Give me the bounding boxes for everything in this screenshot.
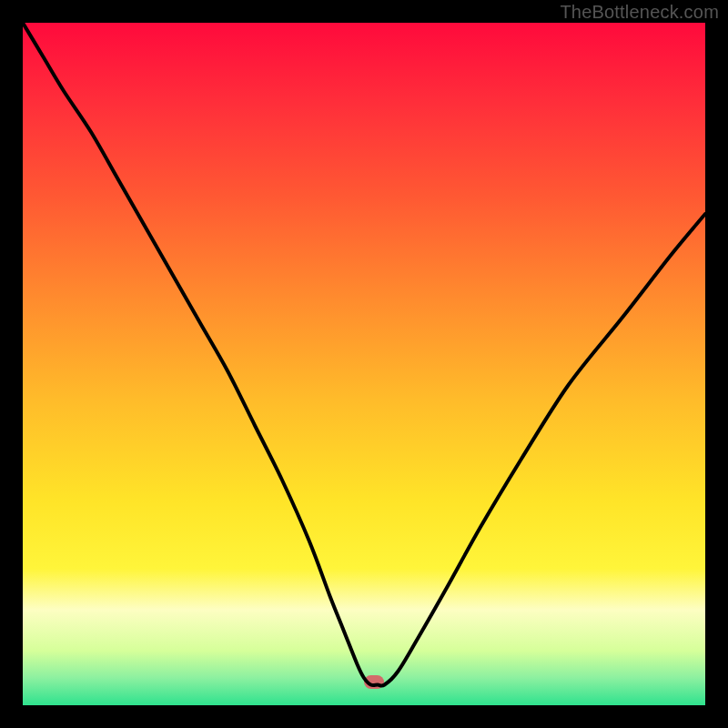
chart-frame: { "watermark": "TheBottleneck.com", "col… [0, 0, 728, 728]
watermark-text: TheBottleneck.com [560, 2, 719, 23]
bottleneck-curve-path [23, 23, 705, 686]
plot-area [23, 23, 705, 705]
curve-svg [23, 23, 705, 705]
